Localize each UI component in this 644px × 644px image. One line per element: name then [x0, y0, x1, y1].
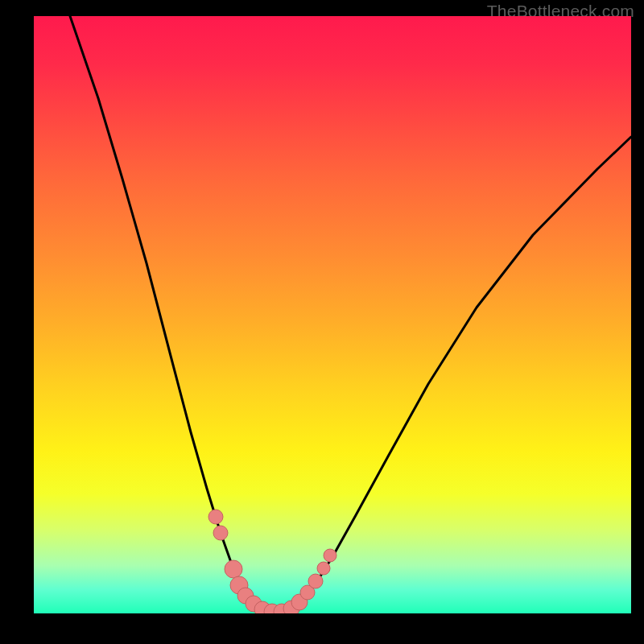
curve-right-curve	[279, 137, 631, 613]
left-marker-1	[208, 510, 223, 524]
right-marker-4	[308, 574, 323, 588]
left-marker-2	[213, 526, 228, 540]
curve-group	[70, 16, 631, 613]
right-marker-5	[317, 562, 330, 575]
right-marker-6	[324, 549, 336, 562]
left-marker-3	[225, 560, 242, 578]
plot-area	[34, 16, 631, 613]
marker-group	[208, 510, 336, 613]
chart-frame: TheBottleneck.com	[0, 0, 644, 644]
curve-svg	[34, 16, 631, 613]
curve-left-curve	[70, 16, 279, 613]
